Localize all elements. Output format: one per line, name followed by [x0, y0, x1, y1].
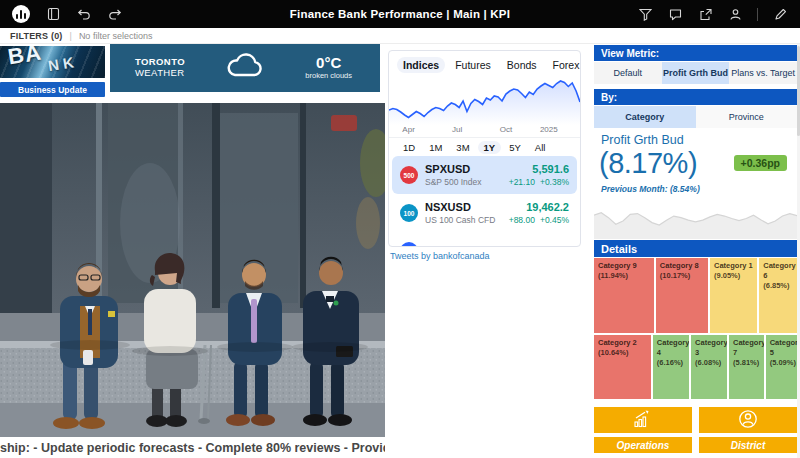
person-icon	[737, 408, 759, 433]
range-3m[interactable]: 3M	[450, 141, 475, 154]
view-metric-header: View Metric:	[594, 45, 797, 61]
treemap-cell[interactable]: Category 1(9.05%)	[710, 258, 757, 333]
treemap-cell-percent: (6.85%)	[763, 281, 793, 290]
quote-price: 41,560.4	[526, 244, 569, 247]
treemap-cell[interactable]: Category 5(5.09%)	[766, 335, 797, 399]
range-1y[interactable]: 1Y	[478, 141, 502, 154]
option-default[interactable]: Default	[594, 62, 662, 84]
x-tick: Oct	[500, 125, 512, 134]
kpi-value: (8.17%)	[599, 147, 697, 180]
quote-row-spxusd[interactable]: 500 SPXUSD S&P 500 Index 5,591.6 +21.10+…	[392, 156, 577, 194]
quote-row-nsxusd[interactable]: 100 NSXUSD US 100 Cash CFD 19,462.2 +88.…	[392, 194, 577, 232]
workbook-icon[interactable]	[45, 6, 61, 22]
treemap-cell-label: Category 2	[598, 338, 647, 348]
chart-x-axis: Apr Jul Oct 2025	[389, 125, 580, 136]
quote-change: +21.10+0.38%	[509, 177, 569, 188]
treemap-cell-label: Category 6	[763, 261, 793, 281]
quote-price: 19,462.2	[509, 201, 569, 215]
district-icon-button[interactable]	[699, 407, 797, 433]
treemap-cell-percent: (5.81%)	[733, 358, 760, 367]
weather-temperature: 0°C	[305, 55, 352, 72]
quote-symbol: DJI	[425, 244, 442, 247]
treemap-cell-percent: (10.17%)	[660, 271, 704, 280]
team-photo-scene	[0, 103, 385, 437]
treemap-cell-percent: (11.94%)	[598, 271, 650, 280]
treemap-cell-label: Category 7	[733, 338, 760, 358]
filter-icon[interactable]	[637, 6, 653, 22]
filter-status-text: No filter selections	[79, 31, 153, 41]
dji-badge-icon: DJ	[400, 242, 418, 247]
treemap-cell-percent: (10.64%)	[598, 348, 647, 357]
tab-bonds[interactable]: Bonds	[501, 57, 543, 73]
index-price-chart[interactable]	[389, 75, 580, 125]
nsx-badge-icon: 100	[400, 204, 418, 222]
quote-symbol: NSXUSD	[425, 201, 495, 215]
treemap-cell[interactable]: Category 7(5.81%)	[729, 335, 764, 399]
details-header: Details	[594, 240, 797, 257]
treemap-cell[interactable]: Category 3(6.08%)	[691, 335, 727, 399]
quote-price: 5,591.6	[509, 163, 569, 177]
market-tabs: Indices Futures Bonds Forex	[389, 51, 580, 75]
details-treemap: Category 9(11.94%)Category 8(10.17%)Cate…	[594, 258, 797, 399]
spx-badge-icon: 500	[400, 166, 418, 184]
filter-bar[interactable]: FILTERS (0) | No filter selections	[0, 28, 800, 44]
bank-sign-text-2: NK	[47, 53, 79, 74]
treemap-cell-label: Category 3	[695, 338, 723, 358]
quote-change: +88.00+0.45%	[509, 215, 569, 226]
range-1m[interactable]: 1M	[423, 141, 448, 154]
weather-city: TORONTO	[135, 57, 185, 68]
tab-futures[interactable]: Futures	[449, 57, 497, 73]
treemap-cell-label: Category 1	[714, 261, 753, 271]
news-ticker: ship: - Update periodic forecasts - Comp…	[0, 437, 385, 458]
treemap-cell[interactable]: Category 4(6.16%)	[653, 335, 689, 399]
undo-icon[interactable]	[76, 6, 92, 22]
cloud-icon	[223, 51, 267, 85]
edit-icon[interactable]	[772, 6, 788, 22]
share-icon[interactable]	[697, 6, 713, 22]
market-overview-widget: Indices Futures Bonds Forex Apr Jul Oct …	[388, 50, 581, 247]
quote-name: US 100 Cash CFD	[425, 215, 495, 226]
treemap-cell-percent: (6.16%)	[657, 358, 685, 367]
business-update-button[interactable]: Business Update	[0, 82, 105, 97]
kpi-block: Profit Grth Bud (8.17%) +0.36pp Previous…	[594, 128, 797, 198]
option-category[interactable]: Category	[594, 106, 696, 128]
treemap-cell-label: Category 4	[657, 338, 685, 358]
treemap-cell-percent: (9.05%)	[714, 271, 753, 280]
treemap-cell-label: Category 8	[660, 261, 704, 271]
redo-icon[interactable]	[107, 6, 123, 22]
district-button[interactable]: District	[699, 437, 797, 453]
treemap-cell[interactable]: Category 6(6.85%)	[759, 258, 797, 333]
treemap-cell-percent: (5.09%)	[770, 358, 793, 367]
bank-image-tile[interactable]: BA NK	[0, 46, 105, 78]
action-label-buttons: Operations District	[594, 437, 797, 453]
tweets-link[interactable]: Tweets by bankofcanada	[390, 251, 490, 261]
x-tick: Apr	[402, 125, 414, 134]
treemap-cell[interactable]: Category 8(10.17%)	[656, 258, 708, 333]
range-1d[interactable]: 1D	[397, 141, 421, 154]
by-header: By:	[594, 89, 797, 105]
profile-icon[interactable]	[727, 6, 743, 22]
topbar: Finance Bank Performance | Main | KPI	[0, 0, 800, 28]
range-all[interactable]: All	[529, 141, 552, 154]
operations-button[interactable]: Operations	[594, 437, 692, 453]
comment-icon[interactable]	[667, 6, 683, 22]
app-logo-icon[interactable]	[12, 5, 30, 23]
operations-icon-button[interactable]	[594, 407, 692, 433]
quote-symbol: SPXUSD	[425, 163, 482, 177]
treemap-row: Category 9(11.94%)Category 8(10.17%)Cate…	[594, 258, 797, 333]
x-tick: Jul	[452, 125, 462, 134]
range-5y[interactable]: 5Y	[503, 141, 527, 154]
option-plans-vs-target[interactable]: Plans vs. Target	[729, 62, 797, 84]
range-selector: 1D 1M 3M 1Y 5Y All	[389, 138, 580, 156]
quote-row-dji[interactable]: DJ DJI 41,560.4	[392, 232, 577, 247]
growth-chart-icon	[631, 409, 655, 432]
view-metric-options: Default Profit Grth Bud Plans vs. Target	[594, 62, 797, 84]
option-province[interactable]: Province	[696, 106, 798, 128]
treemap-cell[interactable]: Category 9(11.94%)	[594, 258, 654, 333]
option-profit-grth-bud[interactable]: Profit Grth Bud	[662, 62, 730, 84]
tab-indices[interactable]: Indices	[397, 57, 445, 73]
action-icon-buttons	[594, 407, 797, 433]
kpi-sparkline	[594, 198, 797, 239]
treemap-cell[interactable]: Category 2(10.64%)	[594, 335, 651, 399]
tab-forex[interactable]: Forex	[547, 57, 581, 73]
